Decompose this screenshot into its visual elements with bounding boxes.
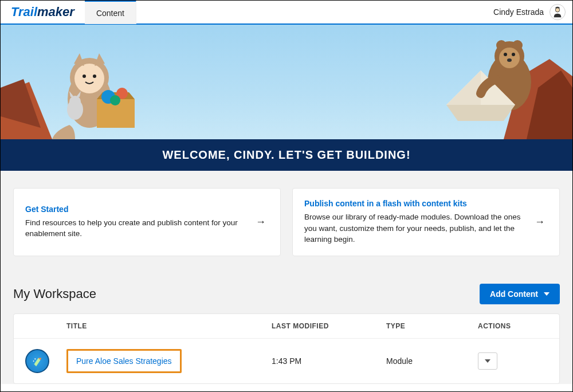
main-content: Get Started Find resources to help you c… — [1, 171, 572, 384]
card-content-kits[interactable]: Publish content in a flash with content … — [292, 188, 560, 256]
chevron-down-icon — [485, 359, 490, 363]
title-highlight: Pure Aloe Sales Strategies — [66, 349, 182, 373]
card-title: Get Started — [25, 205, 244, 214]
add-content-label: Add Content — [490, 289, 538, 299]
welcome-text: Welcome, Cindy. Let's Get Building! — [162, 148, 410, 161]
cell-type: Module — [386, 356, 478, 366]
svg-point-25 — [499, 48, 520, 68]
svg-point-0 — [555, 8, 559, 12]
col-title: TITLE — [66, 322, 272, 330]
card-description: Find resources to help you create and pu… — [25, 217, 244, 240]
svg-marker-30 — [446, 70, 481, 105]
tab-content-label: Content — [96, 9, 124, 18]
workspace-title: My Workspace — [13, 287, 96, 301]
svg-point-35 — [33, 360, 34, 362]
add-content-button[interactable]: Add Content — [480, 284, 560, 304]
chevron-down-icon — [544, 292, 550, 296]
avatar[interactable] — [550, 4, 566, 20]
cell-last-modified: 1:43 PM — [272, 356, 386, 366]
hero-illustration-right — [389, 25, 572, 139]
svg-point-7 — [93, 75, 96, 78]
table-row: Pure Aloe Sales Strategies 1:43 PM Modul… — [14, 339, 559, 383]
workspace-header: My Workspace Add Content — [13, 284, 560, 304]
arrow-right-icon[interactable]: → — [532, 214, 548, 230]
hero-banner — [1, 25, 572, 139]
user-name: Cindy Estrada — [493, 7, 544, 17]
table-header-row: TITLE LAST MODIFIED TYPE ACTIONS — [14, 314, 559, 339]
logo-trail: Trail — [11, 5, 37, 19]
info-cards: Get Started Find resources to help you c… — [13, 188, 560, 256]
app-logo: Trailmaker — [11, 5, 74, 19]
svg-point-16 — [69, 96, 81, 107]
module-icon — [25, 349, 49, 373]
svg-point-6 — [83, 75, 86, 78]
content-title-link[interactable]: Pure Aloe Sales Strategies — [76, 356, 172, 366]
row-actions-button[interactable] — [478, 352, 497, 370]
col-type: TYPE — [386, 322, 478, 330]
svg-point-34 — [34, 358, 36, 359]
welcome-message: Welcome, Cindy. Let's Get Building! — [1, 139, 572, 171]
hero-illustration-left — [1, 25, 172, 139]
card-title: Publish content in a flash with content … — [304, 199, 523, 208]
workspace-table: TITLE LAST MODIFIED TYPE ACTIONS Pure Al — [13, 313, 560, 384]
svg-point-26 — [504, 53, 507, 56]
svg-point-14 — [110, 95, 120, 105]
svg-point-28 — [507, 58, 512, 62]
svg-point-5 — [74, 64, 104, 93]
app-header: Trailmaker Content Cindy Estrada — [1, 1, 572, 25]
avatar-icon — [551, 6, 564, 18]
logo-maker: maker — [37, 5, 74, 19]
svg-point-27 — [512, 53, 515, 56]
card-get-started[interactable]: Get Started Find resources to help you c… — [13, 188, 281, 256]
arrow-right-icon[interactable]: → — [253, 214, 269, 230]
col-actions: ACTIONS — [478, 322, 552, 330]
svg-marker-31 — [446, 105, 515, 121]
col-last-modified: LAST MODIFIED — [272, 322, 386, 330]
card-description: Browse our library of ready-made modules… — [304, 211, 523, 245]
tab-content[interactable]: Content — [85, 0, 136, 24]
